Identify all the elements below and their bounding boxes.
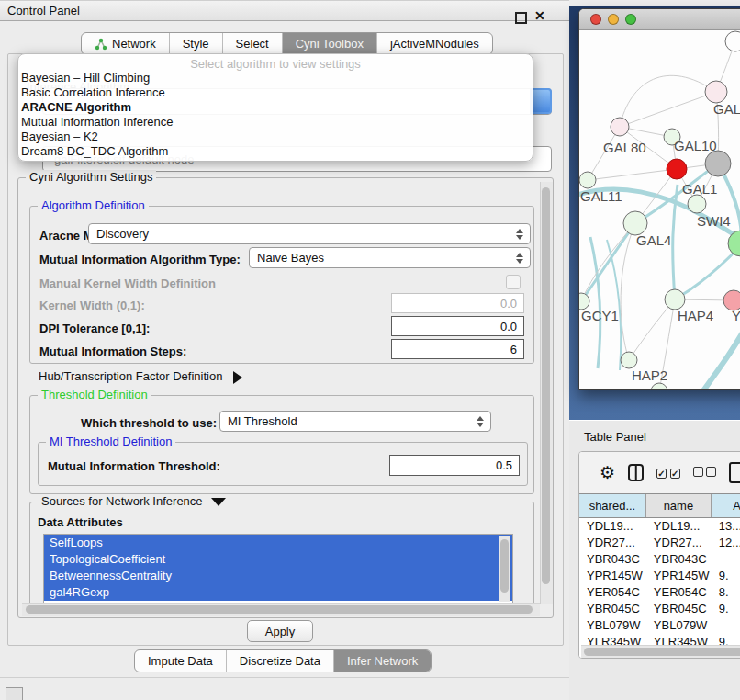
table-row[interactable]: YER054CYER054C8. [579, 584, 740, 601]
settings-vertical-scrollbar[interactable] [540, 182, 553, 604]
aracne-mode-combobox[interactable]: Discovery [88, 223, 531, 244]
mi-steps-label: Mutual Information Steps: [39, 344, 186, 358]
node-label: GCY1 [581, 308, 619, 323]
node-label: HAP2 [632, 367, 667, 383]
network-node-gal[interactable] [705, 81, 727, 103]
sources-title[interactable]: Sources for Network Inference [38, 494, 230, 508]
algorithm-option[interactable]: ARACNE Algorithm [18, 100, 533, 115]
network-node-hap2[interactable] [621, 352, 637, 368]
node-label: GAL10 [674, 138, 717, 153]
column-selector-icon[interactable] [628, 464, 644, 481]
network-canvas[interactable]: GALGAL80GAL10GAL1SWI4GAL11GAL4GCY1HAP4YH… [579, 30, 740, 389]
table-cell: YBL079W [646, 617, 712, 634]
network-node-swi4[interactable] [688, 195, 706, 213]
hub-definition-expander[interactable]: Hub/Transcription Factor Definition [39, 369, 242, 384]
expander-right-arrow-icon [233, 371, 242, 384]
node-label: GAL11 [580, 188, 622, 204]
network-edge[interactable] [590, 237, 600, 368]
kernel-width-label: Kernel Width (0,1): [39, 299, 145, 312]
algorithm-dropdown: Select algorithm to view settings Bayesi… [17, 53, 533, 162]
attributes-scrollbar[interactable] [499, 536, 510, 602]
restore-icon[interactable] [515, 12, 527, 24]
algorithm-option[interactable]: Mutual Information Inference [18, 115, 533, 130]
data-attributes-list[interactable]: SelfLoopsTopologicalCoefficientBetweenne… [43, 534, 513, 605]
column-header-name[interactable]: name [646, 494, 712, 517]
network-edge[interactable] [581, 223, 635, 301]
algorithm-option[interactable]: Dream8 DC_TDC Algorithm [18, 144, 533, 159]
mi-algorithm-type-combobox[interactable]: Naive Bayes [249, 247, 531, 268]
network-node-gal11[interactable] [579, 172, 596, 188]
table-row[interactable]: YDL19...YDL19...13... [579, 518, 740, 535]
network-node[interactable] [725, 31, 740, 51]
network-edge[interactable] [620, 75, 716, 127]
desktop-background: GALGAL80GAL10GAL1SWI4GAL11GAL4GCY1HAP4YH… [569, 6, 740, 420]
algorithm-definition-group: Algorithm Definition Aracne Mode: Discov… [29, 206, 534, 364]
select-all-icon[interactable]: ✓ ✓ [656, 466, 680, 480]
network-node[interactable] [705, 151, 731, 176]
attribute-list-item[interactable]: BetweennessCentrality [44, 568, 512, 584]
kernel-width-field[interactable]: 0.0 [391, 293, 524, 313]
apply-button[interactable]: Apply [247, 620, 313, 642]
attribute-list-item[interactable]: gal4RGexp [44, 584, 512, 601]
tab-style[interactable]: Style [170, 33, 223, 54]
network-node-gal1[interactable] [667, 159, 687, 179]
network-node-gal80[interactable] [611, 118, 629, 136]
network-node-hap4[interactable] [665, 289, 685, 310]
network-window-titlebar[interactable] [579, 9, 740, 30]
deselect-all-icon[interactable] [693, 466, 717, 480]
table-row[interactable]: YDR27...YDR27...12... [579, 535, 740, 551]
network-edge[interactable] [620, 92, 716, 127]
column-header-a[interactable]: A [712, 494, 740, 517]
tab-network[interactable]: Network [82, 33, 170, 54]
table-horizontal-scrollbar[interactable] [581, 645, 740, 658]
gear-icon[interactable]: ⚙ [600, 464, 615, 481]
table-cell: 9. [712, 568, 740, 584]
mi-threshold-field[interactable]: 0.5 [389, 455, 520, 476]
manual-kernel-checkbox[interactable] [506, 275, 521, 289]
mi-steps-field[interactable]: 6 [391, 339, 524, 359]
close-icon[interactable]: ✕ [534, 8, 545, 23]
table-row[interactable]: YBR043CYBR043C [579, 551, 740, 568]
minimize-traffic-light-icon[interactable] [608, 14, 619, 25]
attribute-list-item[interactable]: SelfLoops [44, 535, 512, 551]
node-label: HAP4 [678, 308, 713, 323]
tab-impute-data[interactable]: Impute Data [135, 650, 227, 672]
settings-horizontal-scrollbar[interactable] [22, 603, 540, 616]
tab-jactivemnodules[interactable]: jActiveMNodules [377, 33, 492, 54]
table-row[interactable]: YBR045CYBR045C9. [579, 601, 740, 617]
minimized-window-icon[interactable] [6, 687, 23, 700]
algorithm-option[interactable]: Bayesian – K2 [18, 130, 533, 144]
table-row[interactable]: YPR145WYPR145W9. [579, 568, 740, 584]
algorithm-list: Bayesian – Hill ClimbingBasic Correlatio… [18, 71, 533, 159]
add-column-icon[interactable] [729, 462, 740, 483]
table-cell: YER054C [579, 584, 646, 601]
table-cell: YBL079W [579, 617, 646, 634]
combobox-spinner-icon [516, 253, 523, 264]
table-cell: YDR27... [579, 535, 646, 551]
which-threshold-combobox[interactable]: MI Threshold [219, 411, 491, 432]
combobox-spinner-icon [516, 229, 523, 240]
algorithm-option[interactable]: Bayesian – Hill Climbing [18, 71, 533, 85]
network-edge[interactable] [588, 169, 677, 180]
tab-cyni-toolbox[interactable]: Cyni Toolbox [283, 33, 377, 54]
table-cell: YDR27... [646, 535, 712, 551]
tab-select[interactable]: Select [223, 33, 283, 54]
tab-infer-network[interactable]: Infer Network [334, 650, 431, 672]
node-label: GAL80 [603, 140, 646, 155]
close-traffic-light-icon[interactable] [590, 14, 601, 25]
network-window[interactable]: GALGAL80GAL10GAL1SWI4GAL11GAL4GCY1HAP4YH… [578, 8, 740, 390]
network-edge[interactable] [629, 299, 675, 360]
dpi-tolerance-field[interactable]: 0.0 [391, 316, 524, 336]
network-node[interactable] [651, 383, 667, 389]
cyni-bottom-tabbar: Impute DataDiscretize DataInfer Network [134, 649, 432, 672]
zoom-traffic-light-icon[interactable] [625, 14, 636, 25]
combobox-spinner-icon [477, 416, 484, 427]
control-panel-titlebar: Control Panel [0, 0, 569, 21]
tab-discretize-data[interactable]: Discretize Data [227, 650, 334, 672]
table-row[interactable]: YBL079WYBL079W [579, 617, 740, 634]
settings-group-title: Cyni Algorithm Settings [26, 170, 156, 184]
column-header-shared-[interactable]: shared... [579, 494, 646, 517]
algorithm-option[interactable]: Basic Correlation Inference [18, 85, 533, 100]
attribute-list-item[interactable]: TopologicalCoefficient [44, 551, 512, 568]
network-edge[interactable] [621, 223, 635, 360]
